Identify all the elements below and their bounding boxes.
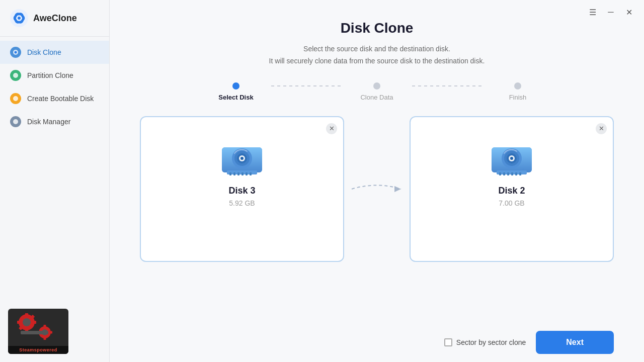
- menu-button[interactable]: ☰: [586, 5, 600, 19]
- page-subtitle: Select the source disk and the destinati…: [269, 43, 485, 67]
- disks-area: ✕: [140, 116, 614, 262]
- svg-rect-44: [503, 172, 505, 175]
- steam-label: Steamspowered: [8, 346, 68, 354]
- step-line-1: [271, 85, 342, 86]
- step-label-clone-data: Clone Data: [360, 94, 393, 101]
- bottom-bar: Sector by sector clone Next: [110, 323, 644, 362]
- source-disk-icon: [219, 132, 265, 177]
- app-name: AweClone: [33, 13, 77, 24]
- svg-rect-24: [21, 331, 48, 334]
- svg-rect-33: [250, 172, 252, 175]
- close-button[interactable]: ✕: [622, 5, 636, 19]
- sidebar-item-bootable[interactable]: Create Bootable Disk: [0, 87, 109, 110]
- sector-clone-label-text: Sector by sector clone: [456, 338, 526, 346]
- bootable-icon: [10, 93, 21, 104]
- minimize-button[interactable]: ─: [604, 5, 618, 19]
- destination-disk-card[interactable]: ✕: [410, 116, 614, 262]
- steam-gears: [8, 311, 68, 346]
- svg-point-11: [23, 318, 31, 326]
- svg-rect-32: [246, 172, 248, 175]
- sector-clone-checkbox[interactable]: [444, 338, 452, 346]
- svg-rect-43: [499, 172, 501, 175]
- sidebar-item-disk-clone[interactable]: Disk Clone: [0, 41, 109, 64]
- svg-rect-21: [44, 337, 46, 340]
- partition-clone-icon: [10, 70, 21, 81]
- svg-rect-20: [44, 325, 46, 328]
- svg-rect-29: [233, 172, 235, 175]
- main-content-area: ☰ ─ ✕ Disk Clone Select the source disk …: [110, 0, 644, 362]
- svg-rect-15: [17, 321, 21, 324]
- svg-rect-46: [511, 172, 513, 175]
- sidebar: AweClone Disk Clone Partition Clone Crea…: [0, 0, 110, 362]
- step-select-disk: Select Disk: [201, 82, 271, 101]
- main-body: Disk Clone Select the source disk and th…: [110, 0, 644, 323]
- disk-clone-icon: [10, 47, 21, 58]
- destination-disk-size: 7.00 GB: [499, 199, 524, 207]
- svg-rect-47: [515, 172, 517, 175]
- window-controls: ☰ ─ ✕: [578, 0, 644, 24]
- source-disk-size: 5.92 GB: [229, 199, 255, 207]
- page-title: Disk Clone: [341, 20, 414, 36]
- svg-rect-14: [33, 321, 36, 324]
- svg-point-53: [510, 157, 513, 160]
- logo-area: AweClone: [0, 0, 109, 37]
- subtitle-line1: Select the source disk and the destinati…: [303, 45, 450, 53]
- svg-marker-39: [394, 186, 401, 192]
- svg-point-4: [18, 17, 21, 20]
- step-dot-select-disk: [232, 82, 239, 89]
- sidebar-label-partition-clone: Partition Clone: [27, 71, 73, 79]
- svg-point-9: [13, 119, 18, 124]
- svg-rect-28: [229, 172, 231, 175]
- step-label-select-disk: Select Disk: [218, 94, 253, 101]
- sector-clone-option[interactable]: Sector by sector clone: [444, 338, 526, 346]
- step-label-finish: Finish: [509, 94, 527, 101]
- sidebar-label-disk-clone: Disk Clone: [27, 48, 61, 56]
- step-clone-data: Clone Data: [342, 82, 412, 101]
- clone-arrow: [344, 179, 410, 199]
- svg-point-38: [240, 157, 244, 160]
- sidebar-nav: Disk Clone Partition Clone Create Bootab…: [0, 41, 109, 133]
- destination-disk-icon: [489, 132, 534, 177]
- subtitle-line2: It will securely clone data from the sou…: [269, 57, 485, 65]
- progress-steps: Select Disk Clone Data Finish: [201, 82, 553, 101]
- svg-rect-12: [25, 313, 28, 316]
- source-disk-card[interactable]: ✕: [140, 116, 344, 262]
- steam-badge[interactable]: Steamspowered: [8, 309, 68, 354]
- svg-point-7: [13, 73, 18, 78]
- destination-disk-name: Disk 2: [498, 186, 525, 196]
- svg-rect-45: [507, 172, 509, 175]
- svg-rect-31: [242, 172, 244, 175]
- next-button[interactable]: Next: [536, 331, 614, 354]
- step-dot-clone-data: [373, 82, 380, 89]
- step-finish: Finish: [482, 82, 553, 101]
- svg-rect-48: [519, 172, 521, 175]
- sidebar-item-disk-manager[interactable]: Disk Manager: [0, 110, 109, 133]
- step-line-2: [412, 85, 482, 86]
- sidebar-item-partition-clone[interactable]: Partition Clone: [0, 64, 109, 87]
- source-disk-close-button[interactable]: ✕: [326, 123, 337, 134]
- source-disk-name: Disk 3: [228, 186, 255, 196]
- sidebar-bottom: Steamspowered: [0, 301, 109, 362]
- svg-rect-22: [49, 331, 52, 334]
- disk-manager-icon: [10, 116, 21, 127]
- svg-point-6: [15, 51, 17, 54]
- sidebar-label-disk-manager: Disk Manager: [27, 118, 70, 126]
- logo-icon: [10, 9, 28, 27]
- svg-point-8: [13, 96, 18, 101]
- destination-disk-close-button[interactable]: ✕: [596, 123, 607, 134]
- svg-rect-30: [237, 172, 239, 175]
- step-dot-finish: [514, 82, 521, 89]
- sidebar-label-bootable: Create Bootable Disk: [27, 95, 94, 103]
